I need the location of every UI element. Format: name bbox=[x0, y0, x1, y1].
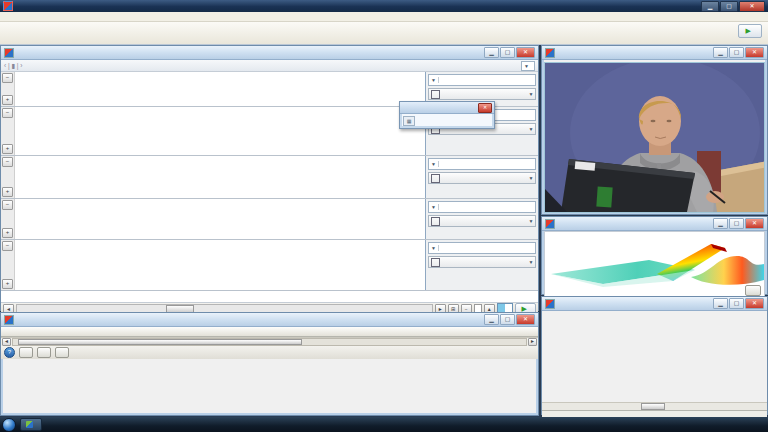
chart-close-button[interactable]: ✕ bbox=[516, 47, 535, 58]
channel-select-heart-rate[interactable]: ▼ bbox=[428, 88, 536, 100]
channel-ecg: −+ ▼ ▼ bbox=[1, 156, 538, 199]
scale-minus-button[interactable]: − bbox=[2, 241, 13, 251]
plot-heart-rate[interactable] bbox=[37, 72, 425, 106]
scale-minus-button[interactable]: − bbox=[2, 73, 13, 83]
channel-select-alpha-wave[interactable]: ▼ bbox=[428, 215, 536, 227]
averaging-scrollbar[interactable] bbox=[542, 402, 767, 410]
chevron-down-icon: ▼ bbox=[527, 126, 535, 132]
chart-minimize-button[interactable]: ▁ bbox=[484, 47, 499, 58]
chevron-down-icon: ▼ bbox=[429, 77, 439, 83]
channel-status-icon[interactable] bbox=[525, 111, 534, 120]
scale-minus-button[interactable]: − bbox=[2, 157, 13, 167]
table-close-button[interactable]: ✕ bbox=[516, 314, 535, 325]
toolbar: ▶ bbox=[0, 22, 768, 45]
sampling-start-button[interactable]: ▶ bbox=[738, 24, 762, 38]
table-buttons: ? bbox=[1, 346, 538, 359]
channel-select-edr[interactable]: ▼ bbox=[428, 256, 536, 268]
heart-rate-popup[interactable]: ✕ ▦ bbox=[399, 101, 495, 129]
waterfall-maximize-button[interactable]: ▢ bbox=[729, 218, 744, 229]
table-minimize-button[interactable]: ▁ bbox=[484, 314, 499, 325]
webcam-window-titlebar[interactable]: ▁ ▢ ✕ bbox=[542, 46, 767, 60]
table-window-titlebar[interactable]: ▁ ▢ ✕ bbox=[1, 313, 538, 327]
channel-alpha-wave: −+ ▼ ▼ bbox=[1, 199, 538, 240]
plot-ecg[interactable] bbox=[37, 156, 425, 198]
export-button[interactable] bbox=[19, 347, 33, 358]
meter-icon: ▦ bbox=[403, 116, 415, 126]
table-maximize-button[interactable]: ▢ bbox=[500, 314, 515, 325]
webcam-minimize-button[interactable]: ▁ bbox=[713, 47, 728, 58]
waterfall-close-button[interactable]: ✕ bbox=[745, 218, 764, 229]
options-button[interactable] bbox=[37, 347, 51, 358]
popup-titlebar[interactable]: ✕ bbox=[400, 102, 494, 114]
value-dropdown-alpha-wave[interactable]: ▼ bbox=[428, 201, 536, 213]
chevron-down-icon: ▼ bbox=[527, 218, 535, 224]
channel-select-ecg[interactable]: ▼ bbox=[428, 172, 536, 184]
scale-minus-button[interactable]: − bbox=[2, 108, 13, 118]
webcam-video-frame bbox=[544, 62, 765, 213]
scrollbar-thumb[interactable] bbox=[18, 339, 302, 345]
channel-status-icon[interactable] bbox=[525, 160, 534, 169]
scrollbar-thumb[interactable] bbox=[641, 403, 665, 410]
plot-edr[interactable] bbox=[37, 240, 425, 290]
channel-status-icon[interactable] bbox=[525, 76, 534, 85]
scroll-right-button[interactable]: ► bbox=[528, 338, 537, 346]
panel-alpha-wave: ▼ ▼ bbox=[425, 199, 538, 239]
document-icon bbox=[4, 48, 14, 58]
webcam-video bbox=[545, 63, 765, 212]
app-maximize-button[interactable]: ▢ bbox=[720, 1, 738, 12]
y-axis-ecg bbox=[15, 156, 37, 198]
taskbar-app-button[interactable] bbox=[20, 418, 42, 431]
scale-plus-button[interactable]: + bbox=[2, 95, 13, 105]
ecg-table-window: ▁ ▢ ✕ ◄► ? bbox=[0, 312, 539, 416]
labchart-task-icon bbox=[26, 421, 33, 428]
webcam-close-button[interactable]: ✕ bbox=[745, 47, 764, 58]
scale-plus-button[interactable]: + bbox=[2, 279, 13, 289]
webcam-maximize-button[interactable]: ▢ bbox=[729, 47, 744, 58]
block-marks[interactable]: ‹ | ▮ | › bbox=[4, 62, 23, 70]
averaging-close-button[interactable]: ✕ bbox=[745, 298, 764, 309]
averaging-window: ▁ ▢ ✕ bbox=[541, 296, 768, 415]
reset-button[interactable] bbox=[745, 285, 761, 296]
channel-color-swatch bbox=[431, 217, 440, 226]
document-icon bbox=[545, 48, 555, 58]
averaging-maximize-button[interactable]: ▢ bbox=[729, 298, 744, 309]
waterfall-minimize-button[interactable]: ▁ bbox=[713, 218, 728, 229]
menu-bar bbox=[0, 12, 768, 22]
document-icon bbox=[545, 299, 555, 309]
app-close-button[interactable]: ✕ bbox=[739, 1, 765, 12]
value-dropdown-heart-rate[interactable]: ▼ bbox=[428, 74, 536, 86]
chart-window-titlebar[interactable]: ▁ ▢ ✕ bbox=[1, 46, 538, 60]
channel-status-icon[interactable] bbox=[525, 203, 534, 212]
chart-view-window: ▁ ▢ ✕ ‹ | ▮ | › ▼ −+ ▼ ▼ bbox=[0, 45, 539, 311]
document-icon bbox=[545, 219, 555, 229]
chart-maximize-button[interactable]: ▢ bbox=[500, 47, 515, 58]
scale-plus-button[interactable]: + bbox=[2, 228, 13, 238]
channel-status-icon[interactable] bbox=[525, 244, 534, 253]
waterfall-window-titlebar[interactable]: ▁ ▢ ✕ bbox=[542, 217, 767, 231]
time-selector[interactable]: ▼ bbox=[521, 61, 535, 71]
y-axis-edr bbox=[15, 240, 37, 290]
scale-plus-button[interactable]: + bbox=[2, 187, 13, 197]
panel-edr: ▼ ▼ bbox=[425, 240, 538, 290]
plot-temperature[interactable] bbox=[37, 107, 425, 155]
scale-minus-button[interactable]: − bbox=[2, 200, 13, 210]
time-axis bbox=[1, 291, 538, 303]
app-minimize-button[interactable]: ▁ bbox=[701, 1, 719, 12]
table-hscrollbar[interactable]: ◄► bbox=[1, 337, 538, 346]
play-icon: ▶ bbox=[746, 27, 751, 35]
averaging-minimize-button[interactable]: ▁ bbox=[713, 298, 728, 309]
waterfall-plot[interactable] bbox=[544, 231, 765, 299]
value-dropdown-edr[interactable]: ▼ bbox=[428, 242, 536, 254]
averaging-window-titlebar[interactable]: ▁ ▢ ✕ bbox=[542, 297, 767, 311]
popup-close-button[interactable]: ✕ bbox=[478, 103, 492, 113]
scale-plus-button[interactable]: + bbox=[2, 144, 13, 154]
windows-start-orb[interactable] bbox=[2, 418, 16, 432]
value-dropdown-ecg[interactable]: ▼ bbox=[428, 158, 536, 170]
averaging-plot[interactable] bbox=[542, 311, 767, 421]
plot-alpha-wave[interactable] bbox=[37, 199, 425, 239]
chevron-down-icon: ▼ bbox=[429, 161, 439, 167]
help-icon[interactable]: ? bbox=[4, 347, 15, 358]
averaging-chart bbox=[542, 311, 765, 398]
scroll-left-button[interactable]: ◄ bbox=[2, 338, 11, 346]
add-to-datapad-button[interactable] bbox=[55, 347, 69, 358]
